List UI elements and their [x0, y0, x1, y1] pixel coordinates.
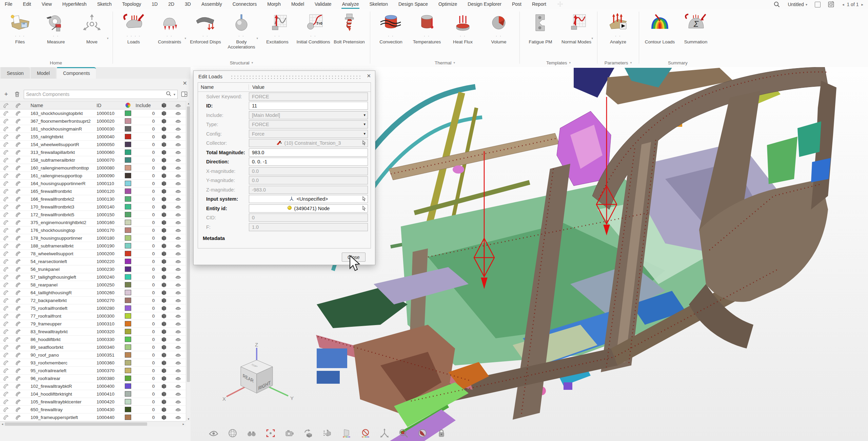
field-value-direction[interactable]: 0. 0. -1: [249, 158, 368, 166]
component-name[interactable]: 90_roof_pano: [24, 353, 97, 358]
solid-cube-icon[interactable]: [157, 259, 171, 264]
color-swatch[interactable]: [120, 274, 136, 280]
geometry-icon[interactable]: [0, 250, 11, 257]
color-swatch[interactable]: [120, 212, 136, 217]
visibility-column-icon[interactable]: [171, 103, 186, 108]
menu-item-model[interactable]: Model: [291, 0, 305, 9]
mesh-icon[interactable]: [11, 126, 24, 132]
solid-cube-icon[interactable]: [157, 305, 171, 311]
component-name[interactable]: 72_backpanelbrkt: [24, 298, 97, 303]
vertical-scrollbar[interactable]: ▴ ▾: [186, 101, 191, 421]
visibility-icon[interactable]: [171, 392, 186, 396]
scroll-up-icon[interactable]: ▴: [186, 102, 191, 105]
geometry-icon[interactable]: [0, 165, 11, 171]
component-row[interactable]: 313_firewallapillarbrkt10000600: [0, 148, 186, 156]
component-row[interactable]: 109_frameuppersprtleft10004400: [0, 414, 186, 421]
component-name[interactable]: 54_rearsectionleft: [24, 259, 97, 264]
solid-cube-icon[interactable]: [157, 220, 171, 225]
component-name[interactable]: 78_wheelwellsupport: [24, 251, 97, 256]
no-color-icon[interactable]: [360, 428, 371, 439]
solid-cube-icon[interactable]: [157, 352, 171, 358]
tab-session[interactable]: Session: [1, 67, 30, 79]
menu-item-design-space[interactable]: Design Space: [398, 0, 429, 9]
mesh-icon[interactable]: [11, 336, 24, 342]
solid-cube-icon[interactable]: [157, 181, 171, 186]
solid-cube-icon[interactable]: [157, 111, 171, 116]
visibility-icon[interactable]: [171, 165, 186, 170]
mesh-icon[interactable]: [11, 266, 24, 272]
ribbon-tool-move[interactable]: Move▾: [74, 10, 110, 58]
component-row[interactable]: 104_hoodliftbrktright10004100: [0, 390, 186, 398]
visibility-icon[interactable]: [171, 220, 186, 225]
component-row[interactable]: 90_roof_pano10003510: [0, 351, 186, 359]
mesh-icon[interactable]: [11, 196, 24, 202]
solid-cube-icon[interactable]: [157, 227, 171, 233]
tab-model[interactable]: Model: [31, 67, 56, 79]
component-row[interactable]: 89_seatfloorbrkt10003400: [0, 343, 186, 351]
geometry-icon[interactable]: [0, 227, 11, 233]
component-row[interactable]: 155_railrightbrkt10000400: [0, 133, 186, 141]
solid-cube-icon[interactable]: [157, 298, 171, 303]
color-swatch[interactable]: [120, 235, 136, 241]
visibility-icon[interactable]: [171, 181, 186, 186]
visibility-icon[interactable]: [171, 259, 186, 264]
solid-cube-icon[interactable]: [157, 204, 171, 210]
mesh-icon[interactable]: [11, 110, 24, 116]
component-name[interactable]: 170_firewallfrontbrkt3: [24, 204, 97, 209]
field-value-cid[interactable]: 0: [249, 214, 368, 222]
field-value-collector[interactable]: (10) Constraint_Torsion_3: [249, 139, 368, 147]
solid-cube-icon[interactable]: [157, 188, 171, 194]
solid-cube-icon[interactable]: [157, 243, 171, 249]
mesh-icon[interactable]: [11, 149, 24, 155]
geometry-icon[interactable]: [0, 118, 11, 124]
component-row[interactable]: 58_rearpanel10002500: [0, 281, 186, 289]
geometry-icon[interactable]: [0, 360, 11, 366]
solid-cube-icon[interactable]: [157, 321, 171, 327]
mesh-icon[interactable]: [11, 188, 24, 194]
component-name[interactable]: 155_railrightbrkt: [24, 134, 97, 139]
mesh-icon[interactable]: [11, 391, 24, 397]
geometry-icon[interactable]: [0, 204, 11, 210]
select-chevron-icon[interactable]: ▾: [363, 113, 366, 117]
visibility-icon[interactable]: [171, 158, 186, 162]
component-row[interactable]: 181_shockhousingmainR10000300: [0, 125, 186, 133]
mesh-icon[interactable]: [11, 383, 24, 389]
geometry-icon[interactable]: [0, 328, 11, 335]
search-options-chevron-icon[interactable]: ▾: [174, 93, 175, 96]
mesh-icon[interactable]: [11, 204, 24, 210]
component-name[interactable]: 83_firewalltraybrkt: [24, 329, 97, 334]
menu-item-optimize[interactable]: Optimize: [438, 0, 458, 9]
component-row[interactable]: 176_shockhousingtop10001700: [0, 226, 186, 234]
mesh-icon[interactable]: [11, 141, 24, 147]
search-icon[interactable]: [773, 1, 780, 8]
mesh-icon[interactable]: [11, 414, 24, 420]
visibility-icon[interactable]: [171, 314, 186, 318]
component-name[interactable]: 57_tailighgthousingleft: [24, 275, 97, 280]
geometry-icon[interactable]: [0, 212, 11, 218]
component-name[interactable]: 181_shockhousingmainR: [24, 126, 97, 132]
solid-cube-icon[interactable]: [157, 337, 171, 342]
component-name[interactable]: 95_roofrailrearleft: [24, 368, 97, 373]
color-swatch[interactable]: [120, 227, 136, 233]
visibility-icon[interactable]: [171, 142, 186, 147]
mesh-icon[interactable]: [11, 305, 24, 311]
mesh-icon[interactable]: [11, 258, 24, 264]
ribbon-tool-fatigue-pm[interactable]: Fatigue PM: [522, 10, 558, 58]
menu-item-analyze[interactable]: Analyze: [341, 0, 360, 9]
visibility-icon[interactable]: [171, 236, 186, 240]
mesh-icon[interactable]: [11, 274, 24, 280]
solid-cube-icon[interactable]: [157, 360, 171, 366]
find-binoculars-icon[interactable]: [246, 428, 257, 439]
component-row[interactable]: 164_housingsupportinnerR10001100: [0, 180, 186, 187]
mesh-icon[interactable]: [11, 289, 24, 296]
visibility-icon[interactable]: [171, 150, 186, 155]
component-name[interactable]: 161_railenginesupporttop: [24, 173, 97, 178]
component-name[interactable]: 375_enginemountrightbrkt2: [24, 220, 97, 225]
mesh-icon[interactable]: [11, 375, 24, 381]
solid-cube-icon[interactable]: [157, 157, 171, 163]
geometry-icon[interactable]: [0, 352, 11, 358]
solid-cube-icon[interactable]: [157, 313, 171, 319]
component-row[interactable]: 86_hoodliftbrkt10003300: [0, 336, 186, 343]
solid-cube-icon[interactable]: [157, 165, 171, 171]
menu-item-2d[interactable]: 2D: [167, 0, 175, 9]
